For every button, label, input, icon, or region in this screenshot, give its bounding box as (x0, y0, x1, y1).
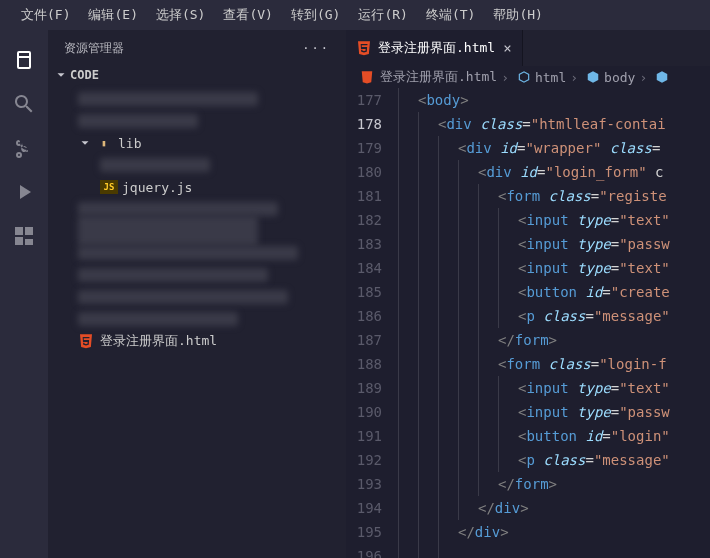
breadcrumb-body[interactable]: body (604, 70, 635, 85)
source-control-icon[interactable] (12, 136, 36, 160)
menu-terminal[interactable]: 终端(T) (417, 6, 484, 24)
menu-edit[interactable]: 编辑(E) (79, 6, 146, 24)
chevron-down-icon (78, 136, 92, 150)
chevron-down-icon (54, 68, 68, 82)
file-active[interactable]: 登录注册界面.html (48, 330, 346, 352)
tree-item[interactable] (48, 110, 346, 132)
file-jquery[interactable]: JS jquery.js (48, 176, 346, 198)
cube-icon (655, 70, 669, 84)
file-active-label: 登录注册界面.html (100, 332, 217, 350)
breadcrumb-sep: › (570, 70, 578, 85)
menu-help[interactable]: 帮助(H) (484, 6, 551, 24)
tree-item[interactable] (48, 308, 346, 330)
folder-root[interactable]: CODE (48, 66, 346, 84)
html5-icon (78, 333, 94, 349)
explorer-sidebar: 资源管理器 ··· CODE ▮ lib JS jquery.js (48, 30, 346, 558)
folder-lib[interactable]: ▮ lib (48, 132, 346, 154)
menu-run[interactable]: 运行(R) (349, 6, 416, 24)
explorer-more-icon[interactable]: ··· (302, 41, 330, 55)
breadcrumb[interactable]: 登录注册界面.html › html › body › (346, 66, 710, 88)
gutter: 1771781791801811821831841851861871881891… (346, 88, 398, 558)
tab-active[interactable]: 登录注册界面.html × (346, 30, 523, 66)
tab-label: 登录注册界面.html (378, 39, 495, 57)
menu-bar: 文件(F) 编辑(E) 选择(S) 查看(V) 转到(G) 运行(R) 终端(T… (0, 0, 710, 30)
breadcrumb-sep: › (639, 70, 647, 85)
code-content[interactable]: <body><div class="htmlleaf-contai<div id… (398, 88, 710, 558)
close-icon[interactable]: × (503, 40, 511, 56)
menu-file[interactable]: 文件(F) (12, 6, 79, 24)
html5-icon (356, 40, 372, 56)
breadcrumb-sep: › (501, 70, 509, 85)
tree-item[interactable] (48, 220, 346, 242)
editor-group: 登录注册界面.html × 登录注册界面.html › html › body … (346, 30, 710, 558)
search-icon[interactable] (12, 92, 36, 116)
breadcrumb-file[interactable]: 登录注册界面.html (380, 68, 497, 86)
tabs-bar: 登录注册界面.html × (346, 30, 710, 66)
run-debug-icon[interactable] (12, 180, 36, 204)
cube-icon (586, 70, 600, 84)
tree-item[interactable] (48, 286, 346, 308)
explorer-icon[interactable] (12, 48, 36, 72)
cube-icon (517, 70, 531, 84)
activity-bar (0, 30, 48, 558)
tree-item[interactable] (48, 154, 346, 176)
file-tree: ▮ lib JS jquery.js 登录注册界面.html (48, 84, 346, 558)
menu-view[interactable]: 查看(V) (214, 6, 281, 24)
file-jquery-label: jquery.js (122, 180, 192, 195)
breadcrumb-html[interactable]: html (535, 70, 566, 85)
folder-root-label: CODE (70, 68, 99, 82)
extensions-icon[interactable] (12, 224, 36, 248)
tree-item[interactable] (48, 264, 346, 286)
tree-item[interactable] (48, 88, 346, 110)
menu-select[interactable]: 选择(S) (147, 6, 214, 24)
menu-goto[interactable]: 转到(G) (282, 6, 349, 24)
folder-lib-label: lib (118, 136, 141, 151)
explorer-title: 资源管理器 (64, 40, 124, 57)
tree-item[interactable] (48, 242, 346, 264)
js-icon: JS (100, 180, 118, 194)
folder-icon: ▮ (94, 135, 114, 151)
html5-icon (360, 70, 374, 84)
